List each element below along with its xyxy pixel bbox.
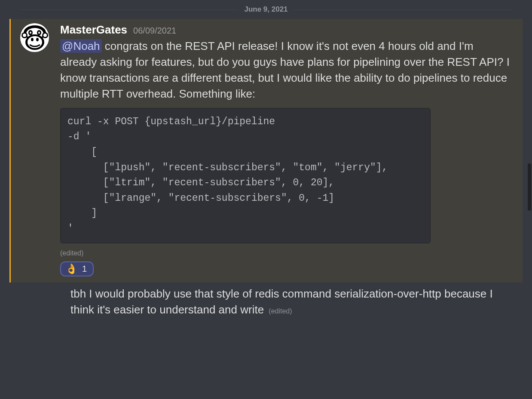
message-text: congrats on the REST API release! I know… bbox=[60, 40, 510, 100]
gorilla-face-icon bbox=[21, 24, 49, 52]
reaction-count: 1 bbox=[82, 264, 87, 274]
code-block[interactable]: curl -x POST {upstash_url}/pipeline -d '… bbox=[60, 108, 431, 243]
edited-indicator: (edited) bbox=[269, 307, 292, 315]
message-username[interactable]: MasterGates bbox=[60, 23, 127, 37]
user-mention[interactable]: @Noah bbox=[60, 39, 102, 53]
divider-line-left bbox=[21, 9, 239, 10]
avatar[interactable] bbox=[20, 23, 49, 52]
message-timestamp: 06/09/2021 bbox=[133, 26, 176, 36]
svg-point-10 bbox=[36, 38, 39, 41]
message-mentioned[interactable]: MasterGates 06/09/2021 @Noah congrats on… bbox=[9, 19, 523, 282]
ok-hand-icon: 👌 bbox=[65, 264, 78, 274]
svg-point-14 bbox=[43, 34, 47, 37]
message-content: @Noah congrats on the REST API release! … bbox=[60, 38, 513, 102]
reaction-ok-hand[interactable]: 👌 1 bbox=[60, 261, 94, 276]
divider-line-right bbox=[293, 9, 511, 10]
svg-point-6 bbox=[38, 31, 40, 34]
date-divider-label: June 9, 2021 bbox=[239, 5, 293, 14]
followup-message[interactable]: tbh I would probably use that style of r… bbox=[0, 282, 532, 318]
svg-point-13 bbox=[23, 34, 26, 37]
edited-indicator: (edited) bbox=[60, 249, 513, 257]
svg-point-5 bbox=[30, 31, 31, 34]
date-divider: June 9, 2021 bbox=[21, 5, 511, 14]
scrollbar-thumb[interactable] bbox=[528, 163, 531, 211]
scrollbar-track[interactable] bbox=[528, 0, 532, 399]
svg-point-9 bbox=[31, 38, 34, 41]
